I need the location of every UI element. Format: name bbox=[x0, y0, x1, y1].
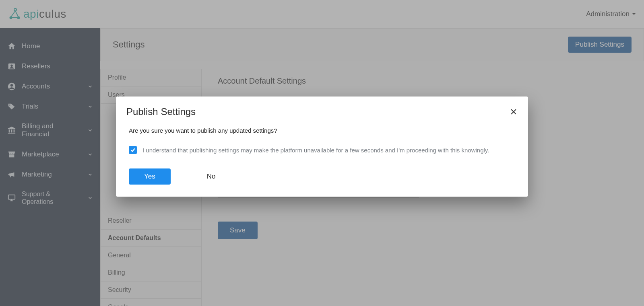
modal-message: Are you sure you want to publish any upd… bbox=[129, 127, 515, 134]
publish-settings-modal: Publish Settings Are you sure you want t… bbox=[116, 97, 528, 197]
modal-close-button[interactable] bbox=[510, 108, 518, 116]
modal-overlay: Publish Settings Are you sure you want t… bbox=[0, 0, 644, 306]
acknowledge-checkbox[interactable] bbox=[129, 146, 137, 154]
close-icon bbox=[510, 108, 518, 116]
modal-no-button[interactable]: No bbox=[207, 173, 216, 181]
modal-yes-button[interactable]: Yes bbox=[129, 168, 171, 185]
modal-title: Publish Settings bbox=[126, 106, 196, 117]
acknowledge-label: I understand that publishing settings ma… bbox=[142, 147, 489, 154]
